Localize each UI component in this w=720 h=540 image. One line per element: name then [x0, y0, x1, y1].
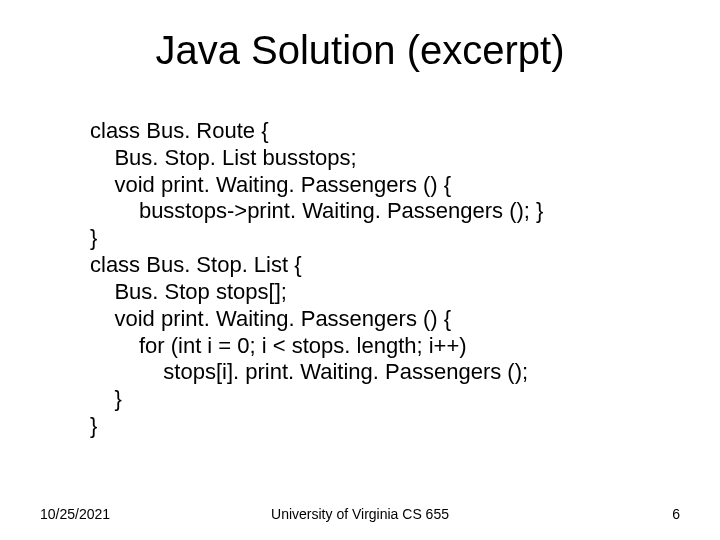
- slide-title: Java Solution (excerpt): [0, 28, 720, 73]
- footer-page-number: 6: [672, 506, 680, 522]
- slide: Java Solution (excerpt) class Bus. Route…: [0, 0, 720, 540]
- code-excerpt: class Bus. Route { Bus. Stop. List busst…: [90, 118, 660, 440]
- footer-source: University of Virginia CS 655: [0, 506, 720, 522]
